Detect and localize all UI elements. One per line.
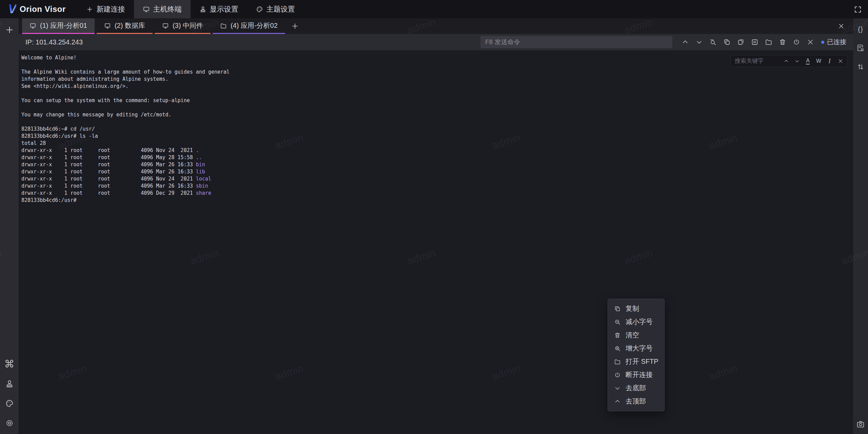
ip-address: IP: 101.43.254.243 [25,38,83,46]
toolbar-paste-button[interactable] [737,38,745,46]
right-sidebar: {} [853,18,868,434]
fullscreen-button[interactable] [851,3,865,16]
toolbar-clear-button[interactable] [778,38,787,46]
toolbar-open-sftp-button[interactable] [765,38,773,46]
chevron-up-icon [682,38,689,46]
folder-icon [765,38,772,46]
toolbar-search-button[interactable] [709,38,717,46]
directory-name: .. [196,154,202,161]
right-sidebar-scroll-lines-button[interactable] [855,62,866,72]
terminal-line: drwxr-xr-x 1 root root 4096 Nov 24 2021 … [21,175,853,183]
terminal-line [21,61,853,69]
left-sidebar: ⌘ [0,18,19,434]
chevron-down-icon [794,58,800,64]
whole-word-button[interactable]: W [816,58,822,64]
directory-name: local [196,176,211,182]
directory-name: sbin [196,183,208,189]
menu-item-decrease-font[interactable]: 减小字号 [608,315,664,328]
menu-item-increase-font[interactable]: 增大字号 [608,342,664,355]
tab-3[interactable]: (3) 中间件 [155,18,211,34]
nav-item-display-settings[interactable]: 显示设置 [191,0,247,18]
nav-item-host-terminal[interactable]: 主机终端 [134,0,191,18]
terminal-area[interactable]: Welcome to Alpine!The Alpine Wiki contai… [19,50,853,434]
sidebar-quick-commands-button[interactable]: ⌘ [4,359,15,370]
copy-icon [723,38,731,46]
tab-4[interactable]: (4) 应用-分析02 [213,18,285,34]
menu-item-copy[interactable]: 复制 [608,302,664,315]
palette-icon [256,6,263,13]
tab-label: (1) 应用-分析01 [40,21,87,30]
palette-icon [5,399,14,408]
toolbar-copy-button[interactable] [723,38,731,46]
send-command-input[interactable] [480,36,672,48]
right-sidebar-variables-button[interactable]: {} [855,24,866,34]
menu-item-label: 去底部 [626,383,646,393]
script-icon [751,38,758,46]
add-tab-button[interactable] [287,18,303,34]
match-case-button[interactable]: A [805,58,811,64]
close-tabs-button[interactable] [835,20,847,32]
monitor-icon [143,6,150,13]
menu-item-open-sftp[interactable]: 打开 SFTP [608,355,664,368]
toolbar-disconnect-button[interactable] [792,38,801,46]
terminal-line: information about administrating Alpine … [21,76,853,83]
terminal-line: drwxr-xr-x 1 root root 4096 May 28 15:58… [21,154,853,161]
terminal-line: You may change this message by editing /… [21,111,853,118]
stamp-icon [199,6,206,13]
monitor-icon [104,22,111,29]
power-icon [793,38,800,46]
toolbar-close-button[interactable] [806,38,814,46]
regex-icon: I [829,58,831,64]
search-prev-button[interactable] [783,58,789,64]
session-toolbar [681,38,814,46]
nav-item-label: 主题设置 [267,4,295,14]
toolbar-command-snippets-button[interactable] [751,38,759,46]
menu-item-go-bottom[interactable]: 去底部 [608,381,664,395]
directory-name: lib [196,169,205,175]
new-connection-button[interactable] [3,24,16,36]
terminal-line: drwxr-xr-x 1 root root 4096 Mar 26 16:33… [21,161,853,168]
menu-item-disconnect[interactable]: 断开连接 [608,368,664,381]
sidebar-display-settings-button[interactable] [4,378,15,389]
terminal-output: Welcome to Alpine!The Alpine Wiki contai… [21,54,853,204]
doc-bookmark-icon [856,44,865,52]
search-input[interactable] [735,58,780,64]
folder-icon [220,22,227,29]
terminal-line: total 28 [21,140,853,147]
tabs: (1) 应用-分析01(2) 数据库(3) 中间件(4) 应用-分析02 [22,18,287,34]
command-icon: ⌘ [4,359,15,369]
toolbar-scroll-down-button[interactable] [695,38,703,46]
terminal-line: drwxr-xr-x 1 root root 4096 Mar 26 16:33… [21,183,853,190]
menu-item-label: 减小字号 [626,317,653,326]
top-nav: V Orion Visor 新建连接主机终端显示设置主题设置 [0,0,868,18]
toolbar-scroll-up-button[interactable] [681,38,689,46]
screenshot-button[interactable] [855,419,866,429]
tab-2[interactable]: (2) 数据库 [97,18,153,34]
right-sidebar-command-bookmarks-button[interactable] [855,43,866,53]
regex-button[interactable]: I [827,58,832,64]
chevron-up-icon [784,58,789,64]
terminal-line: 828133bb4cd6:/usr# ls -la [21,133,853,140]
nav-item-label: 主机终端 [153,4,182,14]
menu-item-label: 复制 [626,304,639,313]
right-sidebar-top: {} [853,18,868,72]
sidebar-settings-button[interactable] [4,418,15,429]
nav-item-label: 显示设置 [210,4,238,14]
tab-1[interactable]: (1) 应用-分析01 [22,18,95,34]
search-next-button[interactable] [794,58,800,64]
directory-name: . [196,147,199,153]
sidebar-theme-settings-button[interactable] [4,398,15,409]
search-close-button[interactable] [837,58,843,64]
paste-icon [737,38,745,46]
tab-bar: (1) 应用-分析01(2) 数据库(3) 中间件(4) 应用-分析02 [19,18,853,34]
menu-item-go-top[interactable]: 去顶部 [608,395,664,408]
nav-item-theme-settings[interactable]: 主题设置 [247,0,304,18]
terminal-line: You can setup the system with the comman… [21,97,853,104]
chevron-down-icon [614,385,621,392]
menu-item-clear[interactable]: 清空 [608,328,664,342]
terminal-line: drwxr-xr-x 1 root root 4096 Mar 26 16:33… [21,168,853,175]
fullscreen-icon [854,5,862,14]
find-lines-icon [709,38,717,46]
nav-item-new-connection[interactable]: 新建连接 [77,0,134,18]
terminal-line: 828133bb4cd6:~# cd /usr/ [21,126,853,133]
